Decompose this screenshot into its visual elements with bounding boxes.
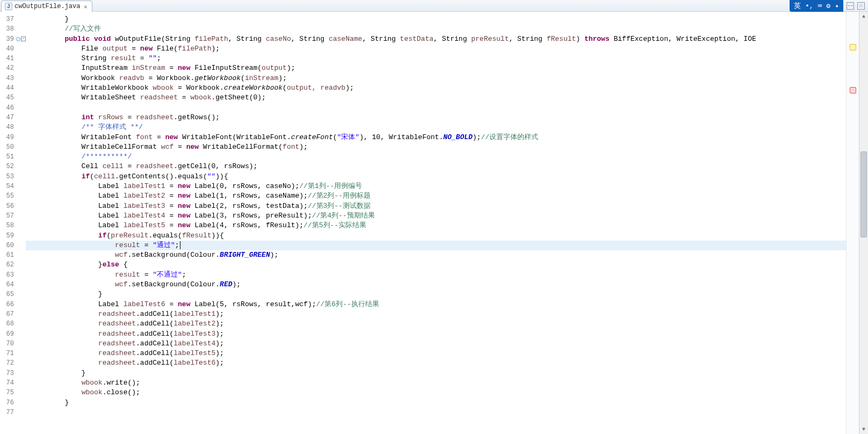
fold-toggle-icon[interactable]: -: [21, 37, 26, 41]
code-line[interactable]: Label labelTest2 = new Label(1, rsRows, …: [26, 191, 868, 201]
line-number: 44: [0, 83, 16, 93]
line-number: 52: [0, 162, 16, 171]
line-number: 51: [0, 152, 16, 162]
line-number: 65: [0, 290, 16, 299]
code-line[interactable]: Label labelTest1 = new Label(0, rsRows, …: [26, 182, 868, 191]
gutter-marker: [16, 280, 26, 290]
code-line[interactable]: WritableWorkbook wbook = Workbook.create…: [26, 83, 868, 93]
gutter-marker: [16, 339, 26, 349]
code-line[interactable]: wbook.write();: [26, 378, 868, 388]
gutter-marker: [16, 83, 26, 93]
line-number: 61: [0, 250, 16, 260]
gutter-marker: [16, 319, 26, 329]
gutter-marker: [16, 408, 26, 417]
java-file-icon: J: [5, 3, 12, 10]
gutter-marker: [16, 241, 26, 250]
code-line[interactable]: WritableFont font = new WritableFont(Wri…: [26, 133, 868, 142]
code-line[interactable]: WritableCellFormat wcf = new WritableCel…: [26, 142, 868, 152]
code-line[interactable]: File output = new File(filePath);: [26, 44, 868, 54]
code-line[interactable]: //写入文件: [26, 24, 868, 34]
code-line[interactable]: [26, 408, 868, 417]
code-line[interactable]: readsheet.addCell(labelTest4);: [26, 339, 868, 349]
close-tab-icon[interactable]: ✕: [82, 3, 89, 10]
gutter-marker: [16, 172, 26, 182]
line-number: 43: [0, 74, 16, 83]
code-line[interactable]: }: [26, 368, 868, 378]
code-editor[interactable]: } //写入文件 public void wOutputFile(String …: [26, 12, 868, 434]
gutter-marker: [16, 260, 26, 270]
editor-tab[interactable]: J cwOutputFile.java ✕: [1, 1, 92, 12]
ime-keyboard-icon[interactable]: ⌨: [818, 2, 822, 10]
code-line[interactable]: String result = "";: [26, 54, 868, 63]
override-marker-icon[interactable]: [16, 37, 20, 41]
line-number: 37: [0, 15, 16, 24]
line-number: 55: [0, 191, 16, 201]
ime-menu-icon[interactable]: ✦: [835, 2, 839, 10]
code-line[interactable]: readsheet.addCell(labelTest3);: [26, 329, 868, 339]
code-line[interactable]: if(cell1.getContents().equals("")){: [26, 172, 868, 182]
ime-toolbar[interactable]: 英 •, ⌨ ⚙ ✦: [790, 0, 843, 12]
gutter-marker: [16, 368, 26, 378]
maximize-button[interactable]: ☐: [857, 2, 865, 10]
code-line[interactable]: wcf.setBackground(Colour.BRIGHT_GREEN);: [26, 250, 868, 260]
code-line[interactable]: wbook.close();: [26, 388, 868, 397]
overview-marker-warning[interactable]: [850, 44, 856, 50]
code-line[interactable]: public void wOutputFile(String filePath,…: [26, 34, 868, 44]
code-line[interactable]: readsheet.addCell(labelTest5);: [26, 349, 868, 358]
line-number: 57: [0, 211, 16, 221]
code-line[interactable]: }: [26, 398, 868, 408]
code-line[interactable]: int rsRows = readsheet.getRows();: [26, 113, 868, 122]
code-line[interactable]: [26, 103, 868, 113]
ime-settings-icon[interactable]: ⚙: [826, 2, 830, 10]
gutter-marker: [16, 329, 26, 339]
code-line[interactable]: result = "通过";: [26, 241, 868, 250]
code-line[interactable]: if(preResult.equals(fResult)){: [26, 231, 868, 241]
text-cursor: [180, 241, 180, 249]
code-line[interactable]: readsheet.addCell(labelTest6);: [26, 358, 868, 368]
gutter-marker: [16, 133, 26, 142]
minimize-button[interactable]: ––: [847, 2, 854, 10]
scroll-down-icon[interactable]: ▼: [859, 425, 868, 434]
code-line[interactable]: Label labelTest6 = new Label(5, rsRows, …: [26, 300, 868, 309]
code-line[interactable]: readsheet.addCell(labelTest1);: [26, 309, 868, 319]
code-line[interactable]: Label labelTest3 = new Label(2, rsRows, …: [26, 201, 868, 211]
code-line[interactable]: }: [26, 290, 868, 299]
code-line[interactable]: InputStream inStream = new FileInputStre…: [26, 63, 868, 73]
code-line[interactable]: Label labelTest5 = new Label(4, rsRows, …: [26, 221, 868, 230]
code-line[interactable]: /** 字体样式 **/: [26, 122, 868, 132]
fold-gutter: -: [16, 12, 26, 434]
line-number: 64: [0, 280, 16, 290]
gutter-marker: [16, 349, 26, 358]
ime-punct-icon[interactable]: •,: [805, 2, 814, 10]
overview-ruler[interactable]: [846, 12, 859, 434]
line-number: 60: [0, 241, 16, 250]
code-line[interactable]: /**********/: [26, 152, 868, 162]
gutter-marker: [16, 93, 26, 103]
code-line[interactable]: }: [26, 15, 868, 24]
code-line[interactable]: Workbook readvb = Workbook.getWorkbook(i…: [26, 74, 868, 83]
line-number: 53: [0, 172, 16, 182]
code-line[interactable]: }else {: [26, 260, 868, 270]
line-number: 71: [0, 349, 16, 358]
line-number: 68: [0, 319, 16, 329]
line-number: 45: [0, 93, 16, 103]
scrollbar-thumb[interactable]: [860, 151, 867, 237]
code-line[interactable]: result = "不通过";: [26, 270, 868, 280]
overview-marker-error[interactable]: [850, 87, 856, 93]
line-number: 62: [0, 260, 16, 270]
line-number: 40: [0, 44, 16, 54]
gutter-marker: [16, 63, 26, 73]
code-line[interactable]: WritableSheet readsheet = wbook.getSheet…: [26, 93, 868, 103]
code-line[interactable]: Label labelTest4 = new Label(3, rsRows, …: [26, 211, 868, 221]
code-line[interactable]: Cell cell1 = readsheet.getCell(0, rsRows…: [26, 162, 868, 171]
code-line[interactable]: readsheet.addCell(labelTest2);: [26, 319, 868, 329]
code-line[interactable]: wcf.setBackground(Colour.RED);: [26, 280, 868, 290]
scroll-up-icon[interactable]: ▲: [859, 12, 868, 21]
vertical-scrollbar[interactable]: ▲ ▼: [859, 12, 868, 434]
gutter-marker: [16, 74, 26, 83]
line-number: 76: [0, 398, 16, 408]
line-number: 59: [0, 231, 16, 241]
gutter-marker: [16, 103, 26, 113]
line-number: 69: [0, 329, 16, 339]
gutter-marker: [16, 358, 26, 368]
